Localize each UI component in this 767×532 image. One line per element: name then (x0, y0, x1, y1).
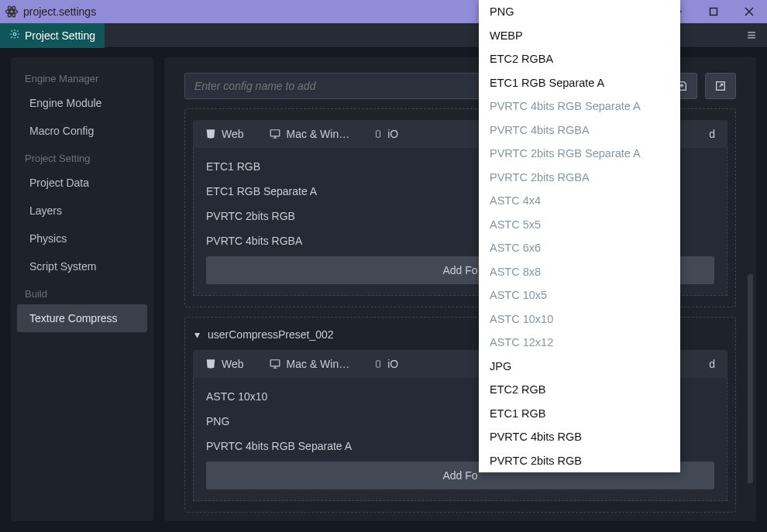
svg-point-0 (10, 10, 14, 14)
platform-tab-web[interactable]: Web (193, 350, 256, 378)
svg-rect-13 (377, 361, 380, 367)
app-icon (5, 5, 19, 19)
export-button[interactable] (705, 73, 736, 99)
platform-tab-last[interactable]: d (696, 350, 727, 378)
tab-project-setting[interactable]: Project Setting (0, 23, 105, 48)
dropdown-item[interactable]: ETC1 RGB Separate A (479, 71, 680, 95)
sidebar-item-physics[interactable]: Physics (17, 225, 147, 252)
platform-tab-ios[interactable]: iO (362, 120, 411, 148)
html5-icon (205, 129, 216, 139)
dropdown-item: ASTC 6x6 (479, 236, 680, 260)
dropdown-item[interactable]: PVRTC 4bits RGB (479, 425, 680, 449)
dropdown-item[interactable]: PNG (479, 0, 680, 24)
platform-tab-macwin[interactable]: Mac & Win… (256, 350, 363, 378)
svg-rect-5 (710, 9, 717, 15)
dropdown-item: ASTC 4x4 (479, 189, 680, 213)
gear-icon (9, 29, 20, 42)
close-button[interactable] (731, 0, 767, 23)
dropdown-item[interactable]: ETC2 RGBA (479, 47, 680, 71)
svg-point-8 (13, 33, 16, 36)
dropdown-item: ASTC 10x10 (479, 307, 680, 331)
dropdown-item: ASTC 8x8 (479, 260, 680, 284)
scrollbar-thumb[interactable] (748, 274, 753, 483)
dropdown-item: PVRTC 4bits RGBA (479, 118, 680, 142)
dropdown-item[interactable]: ETC2 RGB (479, 378, 680, 402)
sidebar-item-engine-module[interactable]: Engine Module (17, 89, 147, 117)
section-engine-manager: Engine Manager (17, 65, 147, 89)
chevron-down-icon: ▾ (194, 328, 200, 341)
platform-tab-last[interactable]: d (696, 120, 727, 148)
monitor-icon (269, 359, 281, 369)
monitor-icon (269, 129, 281, 139)
phone-icon (374, 129, 382, 139)
maximize-button[interactable] (696, 0, 731, 23)
dropdown-item[interactable]: PVRTC 2bits RGB (479, 449, 680, 473)
dropdown-item: ASTC 10x5 (479, 283, 680, 307)
tab-label: Project Setting (25, 29, 95, 42)
scrollbar[interactable] (748, 57, 753, 521)
dropdown-item: PVRTC 2bits RGB Separate A (479, 142, 680, 166)
platform-tab-ios[interactable]: iO (362, 350, 411, 378)
sidebar: Engine Manager Engine Module Macro Confi… (11, 57, 153, 521)
section-build: Build (17, 280, 147, 304)
dropdown-item: ASTC 5x5 (479, 213, 680, 237)
dropdown-item: ASTC 12x12 (479, 331, 680, 355)
dropdown-item[interactable]: ETC1 RGB (479, 402, 680, 426)
preset-2-title: userCompressPreset_002 (208, 328, 334, 341)
svg-rect-10 (270, 130, 280, 136)
dropdown-item[interactable]: JPG (479, 355, 680, 379)
platform-tab-web[interactable]: Web (193, 120, 256, 148)
platform-tab-macwin[interactable]: Mac & Win… (256, 120, 363, 148)
dropdown-item[interactable]: WEBP (479, 24, 680, 48)
sidebar-item-texture-compress[interactable]: Texture Compress (17, 304, 147, 332)
svg-rect-12 (270, 360, 280, 366)
svg-rect-11 (377, 131, 380, 137)
sidebar-item-layers[interactable]: Layers (17, 197, 147, 225)
hamburger-menu-button[interactable]: ≡ (736, 23, 767, 48)
dropdown-item: PVRTC 2bits RGBA (479, 166, 680, 190)
window-title: project.settings (23, 5, 96, 18)
dropdown-item: PVRTC 4bits RGB Separate A (479, 94, 680, 118)
phone-icon (374, 359, 382, 369)
format-dropdown[interactable]: PNGWEBPETC2 RGBAETC1 RGB Separate APVRTC… (479, 0, 680, 472)
section-project-setting: Project Setting (17, 145, 147, 169)
html5-icon (205, 359, 216, 369)
sidebar-item-script-system[interactable]: Script System (17, 252, 147, 280)
sidebar-item-project-data[interactable]: Project Data (17, 169, 147, 197)
sidebar-item-macro-config[interactable]: Macro Config (17, 117, 147, 145)
